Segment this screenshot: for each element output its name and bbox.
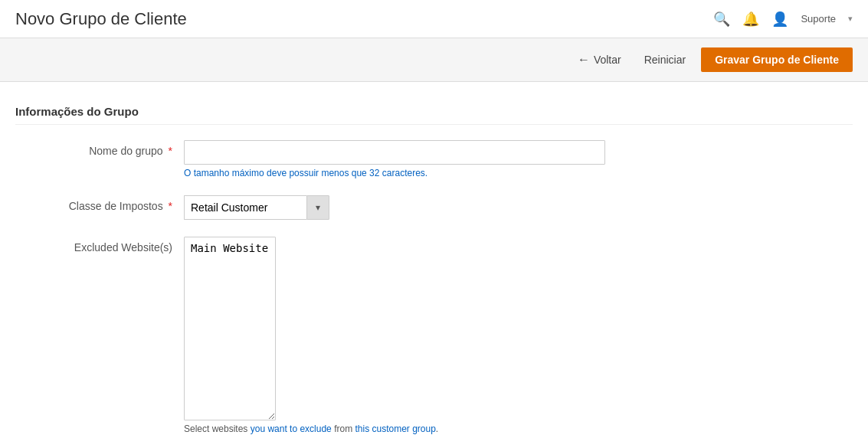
classe-impostos-group: Classe de Impostos * Retail Customer Who… [15,195,853,220]
excluded-websites-wrap: Main Website Select websites you want to… [184,237,644,434]
excluded-websites-hint: Select websites you want to exclude from… [184,424,644,434]
classe-impostos-wrap: Retail Customer Wholesale Customer Gener… [184,195,644,220]
hint-link-exclude[interactable]: you want to exclude [251,424,332,434]
nome-grupo-group: Nome do grupo * O tamanho máximo deve po… [15,140,853,178]
search-icon[interactable]: 🔍 [713,11,730,28]
main-content: Informações do Grupo Nome do grupo * O t… [0,82,868,435]
excluded-websites-textarea[interactable]: Main Website [184,237,276,420]
excluded-websites-label: Excluded Website(s) [15,237,184,253]
hint-end-text: . [436,424,438,434]
nome-grupo-wrap: O tamanho máximo deve possuir menos que … [184,140,644,178]
back-button[interactable]: ← Voltar [570,48,629,71]
nome-grupo-input[interactable] [184,140,605,165]
select-dropdown-arrow-icon[interactable]: ▾ [306,195,329,220]
hint-mid-text: from [332,424,355,434]
required-star: * [169,145,172,157]
page-title: Novo Grupo de Cliente [15,9,187,29]
support-chevron-icon: ▾ [848,14,853,24]
hint-pre-text: Select websites [184,424,251,434]
hint-link-group[interactable]: this customer group [355,424,435,434]
excluded-websites-group: Excluded Website(s) Main Website Select … [15,237,853,434]
required-star-2: * [169,200,172,212]
user-icon[interactable]: 👤 [771,11,788,28]
save-button[interactable]: Gravar Grupo de Cliente [701,47,853,72]
support-link[interactable]: Suporte [801,13,836,25]
action-bar: ← Voltar Reiniciar Gravar Grupo de Clien… [0,38,868,82]
header-actions: 🔍 🔔 👤 Suporte ▾ [713,11,853,28]
nome-grupo-label: Nome do grupo * [15,140,184,157]
classe-impostos-label: Classe de Impostos * [15,195,184,212]
classe-impostos-select-wrap: Retail Customer Wholesale Customer Gener… [184,195,644,220]
section-title: Informações do Grupo [15,105,853,125]
reset-button[interactable]: Reiniciar [637,49,693,70]
top-header: Novo Grupo de Cliente 🔍 🔔 👤 Suporte ▾ [0,0,868,38]
bell-icon[interactable]: 🔔 [742,11,759,28]
classe-impostos-select[interactable]: Retail Customer Wholesale Customer Gener… [184,195,306,220]
nome-grupo-hint: O tamanho máximo deve possuir menos que … [184,168,644,178]
back-arrow-icon: ← [578,53,590,67]
